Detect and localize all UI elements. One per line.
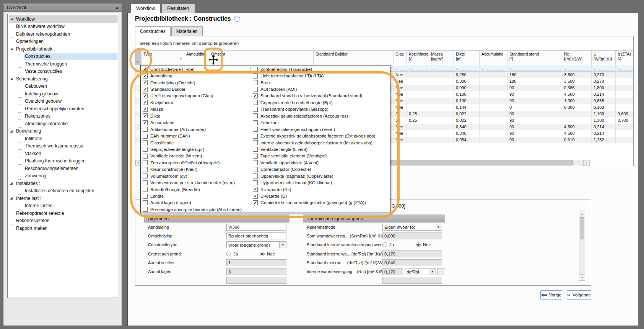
checkbox-checked-icon[interactable]: ✓ xyxy=(143,80,148,85)
table-cell[interactable]: 1,282 xyxy=(592,137,616,143)
table-cell[interactable] xyxy=(429,78,454,85)
tree-item[interactable]: Rekenresultaten xyxy=(9,217,118,225)
column-header-rc[interactable]: Rc[(m².K)/W] xyxy=(562,51,592,65)
scroll-right-icon[interactable]: › xyxy=(583,160,589,166)
table-cell[interactable]: 0,100 xyxy=(454,98,480,104)
checkbox-icon[interactable] xyxy=(253,134,258,139)
filter-cell[interactable]: = xyxy=(507,65,562,71)
table-cell[interactable]: 0,700 xyxy=(616,117,633,124)
filter-cell[interactable]: = xyxy=(429,65,454,71)
tree-item[interactable]: Overzicht gebouw xyxy=(9,98,118,105)
checkbox-icon[interactable] xyxy=(143,127,148,132)
table-cell[interactable]: 0,270 xyxy=(592,72,616,78)
table-cell[interactable]: Ja xyxy=(394,111,407,117)
table-cell[interactable]: 0,270 xyxy=(592,78,616,85)
dropdown-arrow-icon[interactable]: ▼ xyxy=(429,268,436,275)
column-chooser-item[interactable]: Volumestroom (qv) xyxy=(141,173,251,179)
table-cell[interactable]: 1,000 xyxy=(562,98,592,104)
filter-cell[interactable]: = xyxy=(592,65,616,71)
checkbox-icon[interactable] xyxy=(253,180,258,185)
column-chooser-item[interactable]: Volumestroom per strekkende meter (qv;m) xyxy=(141,179,251,186)
filter-cell[interactable]: = xyxy=(616,65,633,71)
checkbox-checked-icon[interactable]: ✓ xyxy=(143,93,148,98)
checkbox-icon[interactable] xyxy=(143,200,148,205)
radio-icon[interactable] xyxy=(226,252,231,256)
column-chooser-item[interactable]: ✓Dikte xyxy=(141,113,251,119)
table-cell[interactable]: 0,144 xyxy=(454,104,480,111)
tree-expander-icon[interactable]: ◢ xyxy=(9,47,14,51)
tree-expander-icon[interactable]: ◢ xyxy=(9,77,14,80)
checkbox-icon[interactable] xyxy=(143,174,148,178)
column-chooser-item[interactable]: ✓Massa xyxy=(141,106,251,113)
table-cell[interactable] xyxy=(429,111,454,117)
filter-equals-icon[interactable]: = xyxy=(395,67,398,70)
table-cell[interactable]: 0,054 xyxy=(454,137,480,143)
column-header-massa[interactable]: Massa[kg/m²] xyxy=(429,51,454,65)
table-cell[interactable] xyxy=(616,104,633,111)
column-chooser-item[interactable]: Akoestiek geluidisolatiefactoren (Accous… xyxy=(251,113,390,119)
checkbox-icon[interactable] xyxy=(253,154,258,159)
table-cell[interactable] xyxy=(480,117,507,124)
table-cell[interactable] xyxy=(407,72,429,78)
table-cell[interactable] xyxy=(480,98,507,104)
table-cell[interactable] xyxy=(480,111,507,117)
table-cell[interactable] xyxy=(407,85,429,91)
table-cell[interactable] xyxy=(429,104,454,111)
checkbox-icon[interactable] xyxy=(253,147,258,152)
column-chooser-item[interactable]: ✓Constructietype (Type) xyxy=(141,66,251,72)
table-cell[interactable]: 1,300 xyxy=(592,117,616,124)
filter-equals-icon[interactable]: = xyxy=(594,67,596,70)
tree-item[interactable]: ◢Installaties : xyxy=(9,180,118,187)
table-cell[interactable]: Nee xyxy=(394,72,407,78)
filter-cell[interactable]: = xyxy=(394,65,407,71)
tree-item[interactable]: Infiltratie xyxy=(9,135,118,142)
column-header-aanduiding[interactable]: Aanduiding xyxy=(184,51,209,65)
filter-equals-icon[interactable]: = xyxy=(564,67,566,70)
tree-item[interactable]: ◢Workflow xyxy=(9,15,118,23)
table-cell[interactable] xyxy=(616,78,633,85)
table-cell[interactable] xyxy=(429,98,454,104)
column-chooser-item[interactable]: Ventilatie breedte (W vent) xyxy=(141,153,251,159)
column-header-dikte[interactable]: Dikte[m] xyxy=(454,51,480,65)
table-cell[interactable]: 90 xyxy=(507,130,562,137)
column-chooser-item[interactable]: Bron xyxy=(251,79,390,86)
table-cell[interactable]: 0,600 xyxy=(616,111,633,117)
tree-item[interactable]: ◢Bouwkundig xyxy=(9,128,118,135)
checkbox-icon[interactable] xyxy=(253,120,258,125)
column-header-kozijnfactor[interactable]: Kozijnfactor[-] xyxy=(407,51,429,65)
table-cell[interactable] xyxy=(562,117,592,124)
column-header-g-zta-[interactable]: g (ZTA)[-] xyxy=(616,51,633,65)
column-header-accumulatie[interactable]: Accumulatie xyxy=(480,51,507,65)
column-chooser-item[interactable]: Zontoetreding (Transactie) xyxy=(251,66,390,72)
tree-item[interactable]: Rapport maken xyxy=(9,224,118,232)
column-chooser-item[interactable]: EAN nummer (EAN) xyxy=(141,133,251,139)
table-cell[interactable] xyxy=(429,117,454,124)
checkbox-icon[interactable] xyxy=(143,154,148,159)
checkbox-icon[interactable] xyxy=(143,207,148,212)
table-cell[interactable] xyxy=(616,130,633,137)
table-cell[interactable]: 0,340 xyxy=(454,130,480,137)
table-cell[interactable] xyxy=(429,124,454,130)
column-chooser-item[interactable]: Artikelnummer (Art.nummer) xyxy=(141,126,251,133)
column-chooser-item[interactable]: Percentage absorptie binnenzijde (Abs bi… xyxy=(141,206,251,213)
table-cell[interactable] xyxy=(407,98,429,104)
column-chooser-item[interactable]: ✓Heeft glaseigenschappen (Glas) xyxy=(141,93,251,99)
checkbox-icon[interactable] xyxy=(143,134,148,139)
column-chooser-item[interactable]: ✓Omschrijving (Omschr) xyxy=(141,79,251,86)
checkbox-checked-icon[interactable]: ✓ xyxy=(253,93,258,98)
tree-item[interactable]: Vaste constructies xyxy=(9,68,118,75)
table-cell[interactable] xyxy=(429,137,454,143)
column-chooser-item[interactable]: Zon absorptiecoëfficiënt (Absorptie) xyxy=(141,159,251,166)
checkbox-icon[interactable] xyxy=(253,74,258,79)
column-chooser-item[interactable]: ✓Accumulatie xyxy=(141,119,251,126)
checkbox-icon[interactable] xyxy=(253,127,258,132)
checkbox-checked-icon[interactable]: ✓ xyxy=(143,87,148,92)
table-cell[interactable] xyxy=(616,91,633,98)
table-cell[interactable] xyxy=(407,91,429,98)
column-chooser-item[interactable]: Ventilatie oppervlakte (A vent) xyxy=(251,159,390,166)
checkbox-checked-icon[interactable]: ✓ xyxy=(143,113,148,118)
table-cell[interactable]: 0,100 xyxy=(454,91,480,98)
column-chooser-item[interactable]: Correctiefactor (Correctie) xyxy=(251,166,390,173)
tree-item[interactable]: Opmerkingen xyxy=(9,38,118,46)
table-cell[interactable]: 180 xyxy=(507,78,562,85)
